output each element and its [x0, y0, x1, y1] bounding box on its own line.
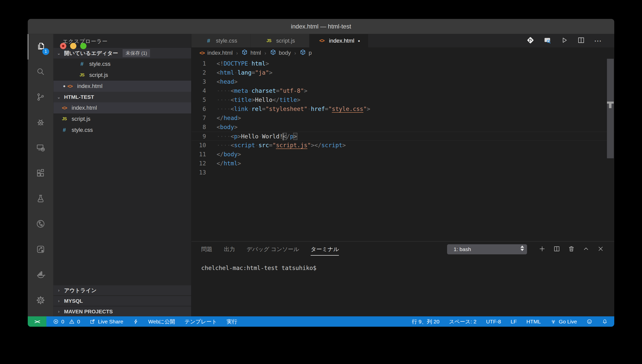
status-quick-action[interactable] — [133, 319, 139, 324]
search-icon — [36, 67, 45, 77]
bell-icon — [602, 319, 608, 324]
sidebar-section-アウトライン[interactable]: › アウトライン — [53, 285, 191, 295]
breadcrumb-html[interactable]: html — [241, 49, 261, 57]
maximize-panel-icon[interactable] — [582, 245, 590, 253]
section-label: MAVEN PROJECTS — [64, 309, 113, 315]
new-terminal-icon[interactable] — [539, 245, 546, 253]
status-cursor-position[interactable]: 行 9、列 20 — [412, 318, 440, 325]
status-bar-right: 行 9、列 20 スペース: 2 UTF-8 LF HTML Go Live — [412, 318, 608, 325]
activity-extensions[interactable] — [28, 161, 53, 187]
close-window-button[interactable] — [60, 43, 66, 49]
activity-bar: 1 — [28, 34, 53, 316]
select-stepper-icon — [520, 246, 524, 251]
breadcrumb-index.html[interactable]: <> index.html — [199, 50, 233, 56]
docker-icon — [36, 270, 45, 281]
remote-indicator[interactable]: >< — [28, 316, 46, 327]
open-editors-header[interactable]: ⌄ 開いているエディター 未保存 (1) — [53, 48, 191, 58]
sidebar-section-MYSQL[interactable]: › MYSQL — [53, 295, 191, 306]
status-label: Webに公開 — [148, 318, 175, 325]
maximize-window-button[interactable] — [80, 43, 86, 49]
file-label: script.js — [89, 72, 108, 78]
smiley-icon — [587, 319, 592, 324]
modified-dot-icon: ● — [53, 84, 66, 89]
activity-source-control[interactable] — [28, 85, 53, 110]
activity-testing[interactable] — [28, 186, 53, 212]
code-editor[interactable]: 1<!DOCTYPE·html> 2<html·lang="ja"> 3<hea… — [191, 59, 614, 177]
split-terminal-icon[interactable] — [553, 245, 560, 253]
activity-gitlens[interactable] — [28, 212, 53, 237]
symbol-cube-icon — [270, 49, 279, 57]
panel-tab-デバッグ コンソール[interactable]: デバッグ コンソール — [247, 241, 299, 257]
activity-explorer[interactable]: 1 — [28, 34, 53, 59]
minimize-window-button[interactable] — [70, 43, 76, 49]
open-preview-icon[interactable] — [543, 36, 551, 45]
code-line-10: 10····<script·src="script.js"></script> — [191, 141, 614, 150]
status-publish-web[interactable]: Webに公開 — [148, 318, 175, 325]
file-label: index.html — [72, 105, 97, 111]
breadcrumb-body[interactable]: body — [270, 49, 291, 57]
open-editor-index.html[interactable]: ●<> index.html — [53, 81, 191, 92]
status-template[interactable]: テンプレート — [185, 318, 217, 325]
open-editors-label: 開いているエディター — [64, 50, 118, 57]
status-language-mode[interactable]: HTML — [526, 319, 541, 325]
status-live-share[interactable]: Live Share — [90, 319, 123, 325]
symbol-cube-icon — [300, 49, 309, 57]
activity-remote-explorer[interactable] — [28, 136, 53, 161]
status-bar: >< 0 0 Live Share Webに公開 テンプレート 実行 行 9、列… — [28, 316, 614, 327]
overview-ruler-mark — [607, 102, 614, 104]
status-run-task[interactable]: 実行 — [227, 318, 237, 325]
panel-tab-ターミナル[interactable]: ターミナル — [311, 241, 339, 257]
remote-monitor-icon — [36, 143, 45, 154]
status-eol[interactable]: LF — [511, 319, 517, 325]
explorer-sidebar: エクスプローラー ⌄ 開いているエディター 未保存 (1) # style.cs… — [53, 34, 191, 316]
activity-live-share[interactable] — [28, 237, 53, 263]
status-label: テンプレート — [185, 318, 217, 325]
tab-style.css[interactable]: #style.css — [191, 34, 250, 47]
activity-docker[interactable] — [28, 262, 53, 288]
terminal-output[interactable]: chelchel-mac:html-test tatsuhiko$ — [201, 265, 316, 271]
status-indentation[interactable]: スペース: 2 — [449, 318, 477, 325]
tree-item-style.css[interactable]: # style.css — [53, 125, 191, 136]
html-file-icon: <> — [317, 38, 326, 44]
editor-scrollbar[interactable] — [607, 59, 614, 158]
open-changes-icon[interactable] — [527, 36, 534, 45]
activity-search[interactable] — [28, 59, 53, 85]
status-notifications[interactable] — [602, 319, 608, 324]
tree-item-index.html[interactable]: <> index.html — [53, 102, 191, 113]
file-label: script.js — [72, 116, 91, 122]
js-file-icon: JS — [78, 73, 86, 78]
open-editors-list: # style.css JS script.js ●<> index.html — [53, 58, 191, 92]
code-line-3: 3<head> — [191, 77, 614, 86]
activity-run-debug[interactable] — [28, 110, 53, 136]
close-panel-icon[interactable] — [597, 245, 604, 253]
breadcrumb-label: html — [250, 50, 261, 56]
git-branch-icon — [36, 92, 45, 103]
html-tag-icon: <> — [199, 50, 204, 56]
status-feedback[interactable] — [587, 319, 592, 324]
breadcrumb-p[interactable]: p — [300, 49, 312, 57]
broadcast-icon — [550, 319, 556, 324]
run-icon[interactable] — [560, 36, 568, 45]
tree-item-script.js[interactable]: JS script.js — [53, 113, 191, 125]
open-editor-script.js[interactable]: JS script.js — [53, 70, 191, 81]
extensions-icon — [36, 168, 45, 179]
status-encoding[interactable]: UTF-8 — [486, 319, 501, 325]
more-actions-icon[interactable]: ⋯ — [594, 37, 602, 45]
panel-tab-出力[interactable]: 出力 — [224, 241, 235, 257]
tab-index.html[interactable]: <>index.html ● — [309, 34, 368, 47]
unsaved-badge: 未保存 (1) — [123, 49, 150, 57]
open-editor-style.css[interactable]: # style.css — [53, 58, 191, 70]
code-line-2: 2<html·lang="ja"> — [191, 68, 614, 77]
folder-header[interactable]: ⌄ HTML-TEST — [53, 92, 191, 102]
sidebar-section-MAVEN PROJECTS[interactable]: › MAVEN PROJECTS — [53, 306, 191, 316]
split-editor-icon[interactable] — [577, 36, 585, 45]
tab-script.js[interactable]: JSscript.js — [250, 34, 309, 47]
bug-icon — [36, 117, 45, 128]
panel-tab-問題[interactable]: 問題 — [201, 241, 212, 257]
kill-terminal-icon[interactable] — [568, 245, 575, 253]
activity-settings[interactable] — [28, 288, 53, 313]
problems-status[interactable]: 0 0 — [53, 319, 80, 325]
status-go-live[interactable]: Go Live — [550, 319, 577, 325]
warning-icon — [69, 319, 75, 324]
terminal-select[interactable]: 1: bash — [447, 244, 527, 254]
